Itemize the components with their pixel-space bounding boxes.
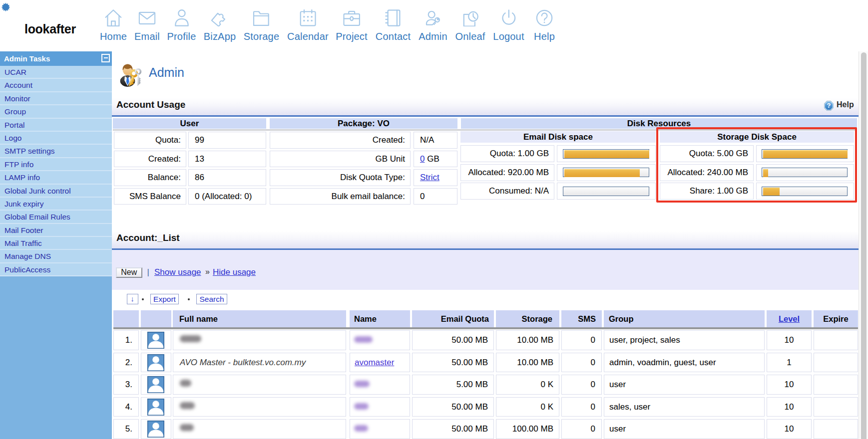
svg-text:?: ?	[827, 102, 831, 109]
